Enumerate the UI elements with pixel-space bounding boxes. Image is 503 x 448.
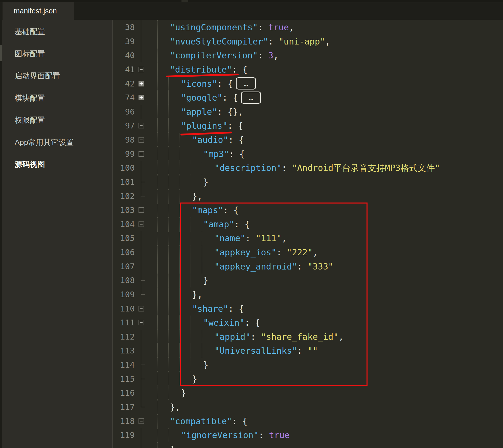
fold-scope-end-tick [141,196,145,196]
indent-guide [202,161,202,175]
indent-guide [168,161,169,175]
code-line: 41"distribute": { [113,62,503,77]
indent-guide [157,231,158,245]
fold-scope-line [141,189,141,196]
fold-collapse-icon[interactable] [139,67,144,72]
indent-guide [168,147,169,161]
indent-guide [157,358,158,372]
indent-guide [157,217,158,231]
token-p: : { [232,416,247,426]
collapsed-code-ellipsis[interactable]: … [236,77,256,89]
indent-guide [157,20,158,34]
sidebar-item-3[interactable]: 启动界面配置 [15,71,60,81]
indent-guide [168,287,169,302]
indent-guide [168,344,169,358]
indent-guide [168,91,169,105]
collapsed-code-ellipsis[interactable]: … [241,92,261,104]
token-p: : { [232,64,247,75]
indent-guide [157,245,158,259]
sidebar-item-7[interactable]: 源码视图 [15,159,45,169]
tab-manifest-json[interactable]: manifest.json [3,2,74,20]
indent-guide [168,77,169,91]
indent-guide [157,62,158,77]
indent-guide [168,386,169,400]
fold-collapse-icon[interactable] [139,418,144,424]
fold-scope-end-tick [141,407,145,407]
fold-collapse-icon[interactable] [139,151,144,157]
indent-guide [157,442,158,448]
line-number: 112 [113,330,135,344]
line-number: 42 [113,77,135,91]
code-line: 96"apple": {}, [113,105,503,119]
sidebar-item-6[interactable]: App常用其它设置 [15,137,74,147]
token-p: , [289,22,294,32]
toolbar-notch [181,0,188,2]
indent-guide [157,302,158,316]
fold-collapse-icon[interactable] [139,320,144,325]
sidebar-left-edge [0,20,2,448]
indent-guide [157,48,158,62]
line-number: 115 [113,372,135,386]
fold-collapse-icon[interactable] [139,306,144,311]
fold-collapse-icon[interactable] [139,123,144,128]
code-text: "plugins": { [181,119,243,133]
indent-guide [157,34,158,49]
tab-title: manifest.json [14,7,57,15]
indent-guide [191,147,191,161]
indent-guide [191,161,191,175]
fold-expand-icon[interactable] [139,81,144,86]
code-text: } [181,386,186,400]
code-text: "ignoreVersion": true [181,428,290,442]
indent-guide [179,175,180,189]
indent-guide [179,189,180,203]
code-text: "description": "Android平台录音支持MP3格式文件" [214,161,440,175]
indent-guide [157,386,158,400]
fold-scope-end-tick [141,393,145,393]
code-text: }, [170,400,180,414]
indent-guide [168,245,169,259]
indent-guide [179,161,180,175]
fold-scope-line [141,161,141,175]
fold-scope-end-tick [141,280,145,281]
sidebar-item-5[interactable]: 权限配置 [15,115,45,125]
line-number: 99 [113,147,135,161]
token-w: true [268,22,289,32]
fold-collapse-icon[interactable] [139,207,144,213]
token-p: , [273,50,278,60]
code-line: 40"compilerVersion": 3, [113,48,503,62]
indent-guide [191,175,191,189]
indent-guide [168,203,169,217]
indent-guide [157,161,158,175]
token-k: "nvueStyleCompiler" [170,36,268,47]
line-number: 118 [113,414,135,428]
indent-guide [157,147,158,161]
line-number: 40 [113,48,135,62]
sidebar-item-4[interactable]: 模块配置 [15,93,45,103]
indent-guide [179,147,180,161]
line-number: 117 [113,400,135,414]
token-k: "distribute" [170,64,232,75]
sidebar-item-1[interactable]: 基础配置 [15,27,45,37]
indent-guide [157,316,158,330]
token-p: : {}, [217,107,243,117]
code-line: 101} [113,175,503,189]
indent-guide [168,133,169,147]
code-line: 97"plugins": { [113,119,503,133]
indent-guide [168,330,169,344]
token-p: } [181,388,186,398]
code-line: 119"ignoreVersion": true [113,428,503,442]
fold-collapse-icon[interactable] [139,221,144,227]
code-text: } [203,175,208,189]
sidebar-scrollbar[interactable] [0,45,2,61]
top-bar: manifest.json [0,0,503,20]
code-line: 42"icons": {… [113,77,503,91]
code-text: "icons": {… [181,77,256,91]
fold-expand-icon[interactable] [139,95,144,100]
fold-collapse-icon[interactable] [139,137,144,143]
line-number: 100 [113,161,135,175]
indent-guide [168,175,169,189]
code-line: 102}, [113,189,503,203]
fold-scope-end-tick [141,294,145,295]
sidebar-item-2[interactable]: 图标配置 [15,49,45,59]
code-line: 39"nvueStyleCompiler": "uni-app", [113,34,503,49]
